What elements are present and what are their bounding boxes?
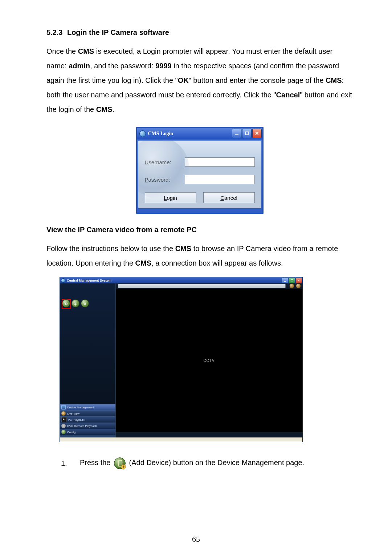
cms-top-toolbar — [116, 283, 302, 289]
p1-t: Once the — [46, 47, 78, 55]
login-btn-u: L — [164, 195, 167, 201]
toolbar-button-2[interactable] — [72, 299, 79, 307]
username-label-rest: sername: — [148, 159, 171, 165]
minimize-button[interactable] — [282, 278, 288, 283]
password-input[interactable] — [185, 175, 255, 184]
sidebar-tab-config[interactable]: Config — [60, 429, 115, 435]
login-titlebar[interactable]: CMS Login — [137, 128, 262, 140]
globe-icon — [139, 130, 146, 137]
p1-b7: CMS — [96, 105, 112, 113]
password-label: Password: — [145, 177, 185, 183]
paragraph-1: Once the CMS is executed, a Login prompt… — [46, 44, 353, 117]
p1-t8: . — [112, 105, 114, 113]
sidebar-tab-label: DVR Remote Playback — [67, 424, 97, 428]
p1-b2: admin — [69, 62, 90, 70]
p2-b1: CMS — [175, 245, 191, 253]
p2-b2: CMS — [135, 259, 151, 267]
cms-main-area: CCTV — [116, 283, 302, 437]
subheading: View the IP Camera video from a remote P… — [46, 226, 353, 234]
username-label: Username: — [145, 159, 185, 165]
login-button[interactable]: Login — [145, 192, 196, 203]
p1-b3: 9999 — [155, 62, 172, 70]
sidebar-tab-label: PC Playback — [68, 418, 85, 421]
cms-main-window: Central Management System Device Managem… — [60, 277, 303, 442]
sidebar-tab-pc-playback[interactable]: PC Playback — [60, 416, 115, 423]
login-window-title: CMS Login — [148, 131, 173, 137]
p2-t1: Follow the instructions below to use the — [46, 245, 175, 253]
toolbar-round-button-1[interactable] — [289, 283, 294, 288]
p1-b4: OK — [178, 76, 189, 84]
p2-t3: , a connection box will appear as follow… — [151, 259, 283, 267]
cms-window-footer — [60, 437, 302, 442]
add-device-icon — [114, 457, 126, 469]
maximize-button[interactable] — [242, 129, 252, 138]
sidebar-tab-dvr-remote-playback[interactable]: DVR Remote Playback — [60, 423, 115, 429]
minimize-button[interactable] — [232, 129, 241, 138]
password-label-u: P — [145, 177, 148, 183]
video-placeholder-text: CCTV — [203, 359, 215, 363]
step-1: 1. Press the (Add Device) button on the … — [61, 457, 353, 469]
sidebar-resizer[interactable] — [60, 435, 115, 437]
cms-status-bar — [116, 432, 302, 437]
globe-icon — [61, 278, 65, 283]
close-button[interactable] — [252, 129, 262, 138]
gear-icon — [61, 430, 66, 434]
add-device-button[interactable] — [62, 299, 70, 307]
login-body: Username: Password: Login Cancel — [138, 141, 261, 208]
section-number: 5.2.3 — [46, 28, 62, 36]
p1-t3: , and the password: — [90, 62, 155, 70]
maximize-restore-button[interactable] — [289, 278, 295, 283]
address-bar[interactable] — [118, 284, 286, 288]
eye-icon — [61, 411, 66, 416]
play-icon — [61, 417, 66, 422]
step-post: (Add Device) button on the Device Manage… — [129, 459, 305, 467]
username-input[interactable] — [185, 157, 255, 167]
paragraph-2: Follow the instructions below to use the… — [46, 241, 353, 270]
p1-b6: Cancel — [276, 91, 300, 99]
cms-window-title: Central Management System — [67, 279, 111, 282]
sidebar-tab-label: Live View — [67, 412, 79, 415]
cms-titlebar[interactable]: Central Management System — [60, 277, 302, 283]
sidebar-tab-device-management[interactable]: Device Management — [60, 404, 115, 410]
cms-login-window: CMS Login Username: Password: Login Canc… — [136, 127, 264, 214]
page-number: 65 — [0, 534, 392, 544]
password-label-rest: assword: — [148, 177, 170, 183]
section-heading: 5.2.3 Login the IP Camera software — [46, 28, 353, 37]
sidebar-tab-label: Device Management — [67, 406, 94, 409]
login-btn-rest: ogin — [167, 195, 177, 201]
close-button[interactable] — [295, 278, 302, 283]
cancel-btn-rest: ancel — [224, 195, 237, 201]
sidebar-tab-label: Config — [67, 431, 75, 434]
section-title: Login the IP Camera software — [67, 28, 169, 36]
username-label-u: U — [145, 159, 149, 165]
p1-b5: CMS — [326, 76, 342, 84]
cms-sidebar: Device ManagementLive ViewPC PlaybackDVR… — [60, 283, 116, 437]
video-panel[interactable]: CCTV — [116, 289, 302, 432]
step-pre: Press the — [80, 459, 113, 467]
step-number: 1. — [61, 459, 71, 468]
cancel-btn-u: C — [220, 195, 224, 201]
p1-b1: CMS — [78, 47, 94, 55]
cancel-button[interactable]: Cancel — [203, 192, 255, 203]
disc-icon — [61, 424, 66, 428]
toolbar-round-button-2[interactable] — [296, 283, 301, 288]
sidebar-tab-live-view[interactable]: Live View — [60, 410, 115, 416]
screen-icon — [61, 405, 66, 409]
toolbar-button-3[interactable] — [81, 299, 89, 307]
p1-t5: " button and enter the console page of t… — [189, 76, 326, 84]
